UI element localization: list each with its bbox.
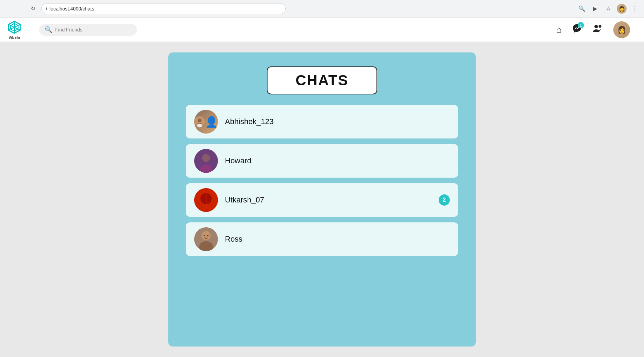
avatar-ross (194, 227, 218, 251)
svg-point-19 (202, 231, 211, 240)
browser-chrome: ← → ↻ ℹ localhost:4000/chats 🔍 ▶ ☆ 👩 ⋮ (0, 0, 644, 17)
chats-panel: CHATS Abhishek_123 (168, 52, 476, 347)
chat-name-howard: Howard (225, 156, 251, 165)
avatar-howard-svg (194, 149, 218, 173)
app-navbar: VibeIn 🔍 ⌂ 1 (0, 17, 644, 42)
avatar-utkarsh (194, 188, 218, 212)
avatar-abhishek (194, 110, 218, 134)
chat-item-howard[interactable]: Howard (186, 144, 458, 178)
avatar-ross-svg (194, 227, 218, 251)
main-content: CHATS Abhishek_123 (0, 42, 644, 357)
reload-button[interactable]: ↻ (28, 4, 38, 14)
svg-point-22 (207, 235, 208, 236)
logo-container[interactable]: VibeIn (7, 20, 22, 40)
chat-name-ross: Ross (225, 235, 242, 244)
avatar-utkarsh-svg (194, 188, 218, 212)
messenger-badge: 1 (578, 22, 584, 28)
user-avatar[interactable]: 👩 (613, 21, 630, 38)
chat-name-utkarsh: Utkarsh_07 (225, 195, 264, 205)
svg-point-21 (204, 235, 205, 236)
chat-list: Abhishek_123 Howard (186, 105, 458, 256)
chats-title-container: CHATS (186, 66, 458, 94)
search-icon: 🔍 (45, 26, 52, 34)
lock-icon: ℹ (46, 6, 47, 11)
chats-title-box: CHATS (267, 66, 377, 94)
browser-actions: 🔍 ▶ ☆ 👩 ⋮ (577, 4, 640, 14)
chat-item-ross[interactable]: Ross (186, 222, 458, 256)
browser-user-avatar[interactable]: 👩 (617, 4, 627, 14)
svg-point-8 (198, 119, 202, 122)
svg-point-6 (599, 25, 601, 28)
home-icon: ⌂ (556, 24, 562, 35)
browser-extensions-button[interactable]: ▶ (590, 4, 600, 14)
chat-item-abhishek[interactable]: Abhishek_123 (186, 105, 458, 138)
user-avatar-icon: 👩 (617, 26, 626, 34)
home-button[interactable]: ⌂ (556, 24, 562, 35)
search-input[interactable] (55, 27, 131, 33)
bookmark-button[interactable]: ☆ (603, 4, 613, 14)
browser-nav-buttons: ← → ↻ (4, 4, 38, 14)
friends-button[interactable] (592, 24, 603, 35)
svg-point-5 (594, 25, 598, 28)
back-button[interactable]: ← (4, 4, 14, 14)
friends-icon (592, 24, 603, 35)
address-bar[interactable]: ℹ localhost:4000/chats (41, 3, 286, 14)
messenger-button[interactable]: 1 (572, 23, 582, 36)
chats-title: CHATS (295, 72, 349, 89)
browser-menu-button[interactable]: ⋮ (630, 4, 640, 14)
browser-search-button[interactable]: 🔍 (577, 4, 587, 14)
vibein-logo-icon (7, 20, 22, 35)
avatar-howard (194, 149, 218, 173)
chat-name-abhishek: Abhishek_123 (225, 117, 273, 126)
search-container[interactable]: 🔍 (39, 24, 137, 36)
avatar-abhishek-svg (194, 110, 205, 134)
unread-badge-utkarsh: 2 (439, 194, 450, 206)
svg-point-10 (197, 123, 202, 127)
svg-point-12 (202, 154, 210, 162)
chat-item-utkarsh[interactable]: Utkarsh_07 2 (186, 183, 458, 217)
nav-icons: ⌂ 1 👩 (556, 21, 630, 38)
url-text: localhost:4000/chats (50, 6, 94, 12)
forward-button[interactable]: → (16, 4, 26, 14)
vibein-logo-text: VibeIn (9, 35, 20, 40)
